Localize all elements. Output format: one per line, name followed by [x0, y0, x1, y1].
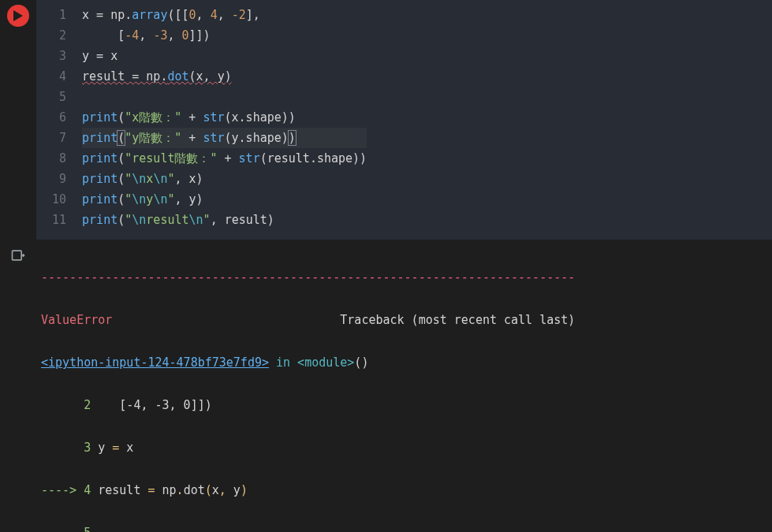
line-number: 7	[52, 128, 66, 148]
expand-output-icon	[10, 247, 26, 263]
tb-linenum: 4	[84, 483, 91, 497]
code-text: "x階數："	[125, 110, 181, 125]
tb-code	[91, 441, 98, 455]
tb-linenum: 3	[84, 441, 91, 455]
code-text: \n	[132, 213, 146, 227]
code-text: print	[82, 131, 117, 145]
code-text: x = np.	[82, 8, 132, 22]
traceback-link[interactable]: <ipython-input-124-478bf73e7fd9>	[41, 355, 269, 370]
output-cell: ----------------------------------------…	[0, 243, 772, 532]
traceback-divider: ----------------------------------------…	[41, 267, 763, 288]
code-text: ,	[218, 8, 232, 22]
traceback-header: ValueError Traceback (most recent call l…	[41, 310, 763, 331]
code-text: y = x	[82, 49, 117, 63]
code-text: "	[125, 192, 132, 206]
code-text: result = np.	[82, 69, 167, 84]
code-cell: 1 2 3 4 5 6 7 8 9 10 11 x = np.array([[0…	[0, 0, 772, 240]
tb-arrow	[41, 526, 84, 532]
code-text: print	[82, 213, 117, 227]
code-text: (	[117, 192, 125, 206]
module-tail: ()	[354, 355, 368, 370]
code-text: ,	[196, 8, 211, 22]
code-text: -4	[125, 28, 139, 43]
code-text: (x, y)	[189, 69, 232, 84]
code-text: ]])	[189, 28, 211, 43]
line-number: 6	[52, 107, 66, 128]
code-line[interactable]: y = x	[82, 46, 367, 66]
code-text: +	[181, 110, 203, 125]
code-text: (	[117, 110, 125, 125]
code-text: , x)	[174, 172, 203, 186]
tb-code: x	[119, 441, 133, 455]
tb-code: )	[241, 483, 248, 497]
tb-code: y	[226, 483, 241, 497]
tb-code: x	[212, 483, 219, 497]
code-line[interactable]: print("\ny\n", y)	[82, 189, 367, 210]
code-line[interactable]	[82, 87, 367, 107]
output-gutter	[0, 243, 36, 532]
code-text: array	[132, 8, 167, 22]
code-line[interactable]: print("\nresult\n", result)	[82, 210, 367, 230]
output-icon[interactable]	[10, 247, 26, 532]
code-text: 0	[182, 28, 189, 43]
traceback-line: ----> 4 result = np.dot(x, y)	[41, 480, 763, 501]
traceback-source: <ipython-input-124-478bf73e7fd9> in <mod…	[41, 352, 763, 374]
svg-marker-0	[13, 10, 23, 21]
code-text: ,	[167, 28, 181, 43]
code-line[interactable]: print("x階數：" + str(x.shape))	[82, 107, 367, 128]
code-text: 0	[189, 8, 196, 22]
code-text: "	[125, 213, 132, 227]
code-line[interactable]: x = np.array([[0, 4, -2],	[82, 5, 367, 25]
tb-code: ,	[219, 483, 226, 497]
code-text: -2	[232, 8, 246, 22]
line-number: 8	[52, 148, 66, 169]
code-line[interactable]: print("result階數：" + str(result.shape))	[82, 148, 367, 169]
tb-code: =	[147, 483, 155, 497]
code-text: (	[117, 172, 125, 186]
code-text: ],	[246, 8, 260, 22]
code-line[interactable]: [-4, -3, 0]])	[82, 25, 367, 46]
code-text: "	[203, 213, 211, 227]
code-text: \n	[132, 192, 146, 206]
output-body[interactable]: ----------------------------------------…	[36, 243, 772, 532]
tb-code: dot	[184, 483, 205, 497]
traceback-label: Traceback (most recent call last)	[340, 313, 575, 327]
code-text: result	[146, 213, 188, 227]
code-text: [	[82, 28, 125, 43]
line-number: 10	[52, 189, 66, 210]
line-number: 1	[52, 5, 66, 25]
run-button[interactable]	[7, 5, 29, 27]
code-text: (result.shape))	[260, 151, 367, 166]
code-text: \n	[153, 192, 167, 206]
code-text: "y階數："	[125, 131, 181, 145]
code-text: +	[218, 151, 239, 166]
tb-code: =	[112, 441, 119, 455]
tb-linenum: 5	[84, 526, 91, 532]
line-number: 3	[52, 46, 66, 66]
tb-arrow: ---->	[41, 483, 84, 497]
line-number: 11	[52, 210, 66, 230]
code-text: \n	[189, 213, 203, 227]
code-text: str	[203, 131, 224, 145]
code-line[interactable]: print("\nx\n", x)	[82, 169, 367, 189]
tb-code: [-4, -3, 0]])	[91, 398, 212, 412]
code-text: dot	[167, 69, 188, 84]
code-text: \n	[132, 172, 146, 186]
tb-code: .	[177, 483, 184, 497]
in-label: in	[269, 355, 297, 370]
code-text: ,	[139, 28, 153, 43]
code-text: \n	[153, 172, 167, 186]
code-text: "	[125, 172, 132, 186]
code-text: str	[239, 151, 260, 166]
code-text: (	[117, 213, 125, 227]
code-editor[interactable]: 1 2 3 4 5 6 7 8 9 10 11 x = np.array([[0…	[36, 0, 772, 240]
code-line[interactable]: result = np.dot(x, y)	[82, 66, 367, 87]
line-number: 5	[52, 87, 66, 107]
code-text: (x.shape))	[225, 110, 296, 125]
line-number: 9	[52, 169, 66, 189]
code-line-active[interactable]: print("y階數：" + str(y.shape))	[82, 128, 367, 148]
code-body[interactable]: x = np.array([[0, 4, -2], [-4, -3, 0]]) …	[82, 5, 367, 230]
code-text: 4	[211, 8, 218, 22]
traceback-line: 2 [-4, -3, 0]])	[41, 395, 763, 416]
traceback-line: 5	[41, 523, 763, 532]
